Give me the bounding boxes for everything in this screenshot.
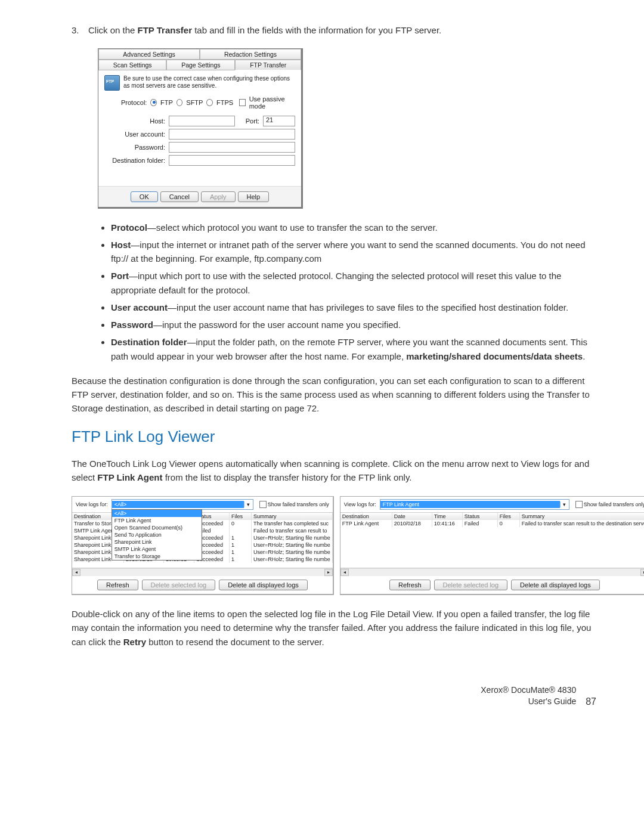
opt-sharepoint-link[interactable]: Sharepoint Link <box>112 538 202 546</box>
dialog-info-text: Be sure to use the correct case when con… <box>123 75 295 90</box>
step-bold: FTP Transfer <box>138 25 192 35</box>
chevron-down-icon[interactable]: ▾ <box>244 501 253 507</box>
col-summary[interactable]: Summary <box>520 513 644 520</box>
opt-smtp-link-agent[interactable]: SMTP Link Agent <box>112 546 202 553</box>
view-logs-combo-right[interactable]: FTP Link Agent ▾ <box>380 499 569 510</box>
bottom-paragraph: Double-click on any of the line items to… <box>72 607 596 649</box>
col-status[interactable]: Status <box>463 513 498 520</box>
footer-line1: Xerox® DocuMate® 4830 <box>481 685 576 695</box>
password-input[interactable] <box>169 142 295 153</box>
checkbox-show-failed-right-label: Show failed transfers only <box>584 501 644 507</box>
term-port: Port—input which port to use with the se… <box>111 269 596 297</box>
password-label: Password: <box>104 144 169 151</box>
destination-label: Destination folder: <box>104 157 169 164</box>
cancel-button[interactable]: Cancel <box>160 191 199 202</box>
tab-advanced-settings[interactable]: Advanced Settings <box>98 49 200 60</box>
col-date[interactable]: Date <box>392 513 432 520</box>
col-summary[interactable]: Summary <box>252 513 333 520</box>
opt-transfer-to-storage[interactable]: Transfer to Storage <box>112 553 202 560</box>
page-number: 87 <box>586 696 596 707</box>
term-protocol: Protocol—select which protocol you want … <box>111 221 596 234</box>
refresh-button[interactable]: Refresh <box>389 580 431 590</box>
chevron-down-icon[interactable]: ▾ <box>560 501 569 507</box>
refresh-button[interactable]: Refresh <box>97 580 138 590</box>
horizontal-scrollbar-left[interactable]: ◂ ▸ <box>72 568 333 576</box>
radio-sftp[interactable] <box>177 99 183 106</box>
step-text: Click on the FTP Transfer tab and fill i… <box>88 24 596 38</box>
scroll-left-icon[interactable]: ◂ <box>72 569 80 576</box>
scroll-left-icon[interactable]: ◂ <box>340 569 349 576</box>
delete-all-button[interactable]: Delete all displayed logs <box>511 580 600 590</box>
term-user: User account—input the user account name… <box>111 301 596 314</box>
scroll-right-icon[interactable]: ▸ <box>324 569 333 576</box>
log-viewer-filtered: View logs for: FTP Link Agent ▾ Show fai… <box>340 496 644 595</box>
view-logs-for-label: View logs for: <box>76 501 108 507</box>
opt-ftp-link-agent[interactable]: FTP Link Agent <box>112 517 202 524</box>
checkbox-passive-label: Use passive mode <box>249 95 295 110</box>
tab-redaction-settings[interactable]: Redaction Settings <box>200 49 301 60</box>
destination-input[interactable] <box>169 155 295 166</box>
view-logs-dropdown[interactable]: <All> FTP Link Agent Open Scanned Docume… <box>112 509 202 561</box>
term-password: Password—input the password for the user… <box>111 318 596 332</box>
scroll-right-icon[interactable]: ▸ <box>640 569 644 576</box>
checkbox-show-failed-right[interactable] <box>575 501 583 508</box>
footer-line2: User's Guide <box>528 696 576 706</box>
view-logs-for-label-right: View logs for: <box>344 501 376 507</box>
term-destination: Destination folder—input the folder path… <box>111 335 596 363</box>
delete-selected-button[interactable]: Delete selected log <box>434 580 508 590</box>
ok-button[interactable]: OK <box>131 191 158 202</box>
intro-paragraph: The OneTouch Link Log Viewer opens autom… <box>72 457 596 485</box>
ftp-icon <box>104 75 120 91</box>
host-label: Host: <box>104 117 169 125</box>
footer-text: Xerox® DocuMate® 4830 User's Guide <box>481 685 576 707</box>
col-files[interactable]: Files <box>498 513 520 520</box>
term-list: Protocol—select which protocol you want … <box>72 221 596 363</box>
section-heading: FTP Link Log Viewer <box>72 428 596 446</box>
opt-open-scanned[interactable]: Open Scanned Document(s) <box>112 524 202 531</box>
radio-ftp[interactable] <box>150 99 157 106</box>
combo-selected-left: <All> <box>112 501 244 508</box>
opt-all[interactable]: <All> <box>112 510 202 517</box>
col-destination[interactable]: Destination <box>340 513 392 520</box>
combo-selected-right: FTP Link Agent <box>380 501 560 508</box>
step-pre: Click on the <box>88 25 138 35</box>
col-files[interactable]: Files <box>230 513 252 520</box>
step-number: 3. <box>72 24 88 38</box>
after-terms-paragraph: Because the destination configuration is… <box>72 374 596 416</box>
protocol-label: Protocol: <box>121 99 147 106</box>
port-label: Port: <box>246 117 259 125</box>
apply-button[interactable]: Apply <box>201 191 236 202</box>
step-post: tab and fill in the fields with the info… <box>192 25 441 35</box>
user-account-input[interactable] <box>169 129 295 140</box>
tab-scan-settings[interactable]: Scan Settings <box>98 60 166 70</box>
log-viewer-all: View logs for: <All> ▾ <All> FTP Link Ag… <box>72 496 334 595</box>
col-time[interactable]: Time <box>432 513 463 520</box>
radio-ftp-label: FTP <box>160 99 173 106</box>
radio-ftps[interactable] <box>206 99 213 106</box>
view-logs-combo-left[interactable]: <All> ▾ <All> FTP Link Agent Open Scanne… <box>112 499 253 510</box>
checkbox-show-failed-left[interactable] <box>259 501 267 508</box>
log-table-right: Destination Date Time Status Files Summa… <box>340 512 644 568</box>
radio-ftps-label: FTPS <box>216 99 233 106</box>
ftp-transfer-dialog: Advanced Settings Redaction Settings Sca… <box>98 48 303 209</box>
checkbox-show-failed-left-label: Show failed transfers only <box>268 501 329 507</box>
table-row[interactable]: FTP Link Agent2010/02/1810:41:16Failed0F… <box>340 520 644 527</box>
opt-send-to-app[interactable]: Send To Application <box>112 531 202 538</box>
host-input[interactable] <box>169 116 235 126</box>
tab-ftp-transfer[interactable]: FTP Transfer <box>235 60 301 70</box>
checkbox-passive[interactable] <box>239 99 246 106</box>
tab-page-settings[interactable]: Page Settings <box>166 60 235 70</box>
horizontal-scrollbar-right[interactable]: ◂ ▸ <box>340 568 644 576</box>
user-account-label: User account: <box>104 131 169 138</box>
delete-all-button[interactable]: Delete all displayed logs <box>219 580 308 590</box>
term-host: Host—input the internet or intranet path… <box>111 238 596 266</box>
port-input[interactable]: 21 <box>263 116 295 126</box>
radio-sftp-label: SFTP <box>186 99 203 106</box>
delete-selected-button[interactable]: Delete selected log <box>142 580 216 590</box>
help-button[interactable]: Help <box>238 191 270 202</box>
